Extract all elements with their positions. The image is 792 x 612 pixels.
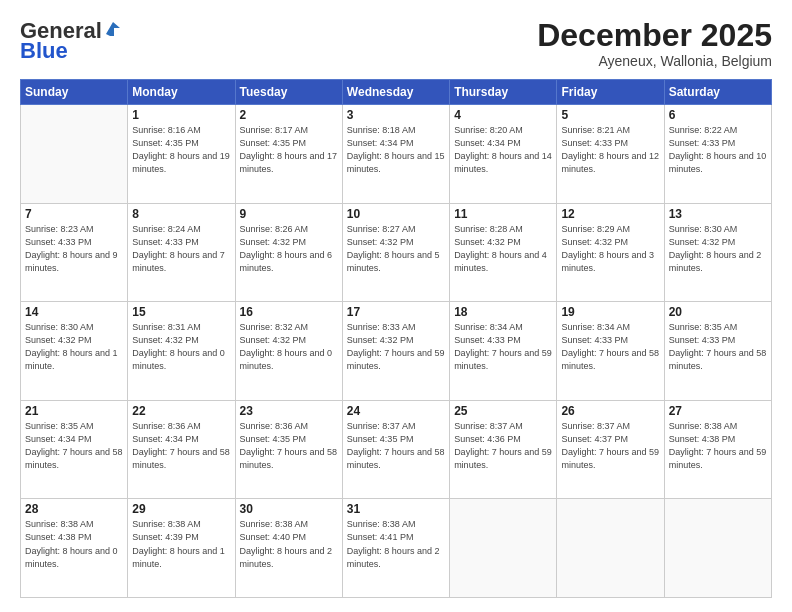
day-number: 1	[132, 108, 230, 122]
header: General Blue December 2025 Ayeneux, Wall…	[20, 18, 772, 69]
day-number: 19	[561, 305, 659, 319]
page: General Blue December 2025 Ayeneux, Wall…	[0, 0, 792, 612]
month-title: December 2025	[537, 18, 772, 53]
day-info: Sunrise: 8:17 AMSunset: 4:35 PMDaylight:…	[240, 124, 338, 176]
calendar-cell: 16Sunrise: 8:32 AMSunset: 4:32 PMDayligh…	[235, 302, 342, 401]
calendar-cell: 23Sunrise: 8:36 AMSunset: 4:35 PMDayligh…	[235, 400, 342, 499]
weekday-header-monday: Monday	[128, 80, 235, 105]
day-info: Sunrise: 8:38 AMSunset: 4:38 PMDaylight:…	[669, 420, 767, 472]
location: Ayeneux, Wallonia, Belgium	[537, 53, 772, 69]
day-info: Sunrise: 8:29 AMSunset: 4:32 PMDaylight:…	[561, 223, 659, 275]
calendar-cell: 20Sunrise: 8:35 AMSunset: 4:33 PMDayligh…	[664, 302, 771, 401]
calendar-cell: 25Sunrise: 8:37 AMSunset: 4:36 PMDayligh…	[450, 400, 557, 499]
calendar-cell: 9Sunrise: 8:26 AMSunset: 4:32 PMDaylight…	[235, 203, 342, 302]
calendar-cell	[450, 499, 557, 598]
calendar-cell	[557, 499, 664, 598]
calendar-cell: 29Sunrise: 8:38 AMSunset: 4:39 PMDayligh…	[128, 499, 235, 598]
calendar-cell: 5Sunrise: 8:21 AMSunset: 4:33 PMDaylight…	[557, 105, 664, 204]
day-info: Sunrise: 8:23 AMSunset: 4:33 PMDaylight:…	[25, 223, 123, 275]
calendar-week-row: 14Sunrise: 8:30 AMSunset: 4:32 PMDayligh…	[21, 302, 772, 401]
logo: General Blue	[20, 18, 122, 64]
day-number: 16	[240, 305, 338, 319]
day-number: 4	[454, 108, 552, 122]
weekday-header-wednesday: Wednesday	[342, 80, 449, 105]
calendar-cell: 30Sunrise: 8:38 AMSunset: 4:40 PMDayligh…	[235, 499, 342, 598]
calendar-cell: 24Sunrise: 8:37 AMSunset: 4:35 PMDayligh…	[342, 400, 449, 499]
day-number: 20	[669, 305, 767, 319]
calendar-cell: 3Sunrise: 8:18 AMSunset: 4:34 PMDaylight…	[342, 105, 449, 204]
calendar-cell: 11Sunrise: 8:28 AMSunset: 4:32 PMDayligh…	[450, 203, 557, 302]
calendar-cell: 10Sunrise: 8:27 AMSunset: 4:32 PMDayligh…	[342, 203, 449, 302]
logo-icon	[104, 20, 122, 38]
day-number: 13	[669, 207, 767, 221]
weekday-header-row: SundayMondayTuesdayWednesdayThursdayFrid…	[21, 80, 772, 105]
calendar-cell: 26Sunrise: 8:37 AMSunset: 4:37 PMDayligh…	[557, 400, 664, 499]
day-number: 22	[132, 404, 230, 418]
day-info: Sunrise: 8:37 AMSunset: 4:35 PMDaylight:…	[347, 420, 445, 472]
day-info: Sunrise: 8:28 AMSunset: 4:32 PMDaylight:…	[454, 223, 552, 275]
calendar-cell: 19Sunrise: 8:34 AMSunset: 4:33 PMDayligh…	[557, 302, 664, 401]
calendar-cell: 2Sunrise: 8:17 AMSunset: 4:35 PMDaylight…	[235, 105, 342, 204]
day-info: Sunrise: 8:33 AMSunset: 4:32 PMDaylight:…	[347, 321, 445, 373]
day-number: 11	[454, 207, 552, 221]
calendar-week-row: 1Sunrise: 8:16 AMSunset: 4:35 PMDaylight…	[21, 105, 772, 204]
day-number: 30	[240, 502, 338, 516]
calendar-cell: 28Sunrise: 8:38 AMSunset: 4:38 PMDayligh…	[21, 499, 128, 598]
calendar-cell: 12Sunrise: 8:29 AMSunset: 4:32 PMDayligh…	[557, 203, 664, 302]
day-info: Sunrise: 8:16 AMSunset: 4:35 PMDaylight:…	[132, 124, 230, 176]
day-number: 9	[240, 207, 338, 221]
day-number: 28	[25, 502, 123, 516]
day-number: 6	[669, 108, 767, 122]
calendar-cell	[664, 499, 771, 598]
day-number: 29	[132, 502, 230, 516]
weekday-header-sunday: Sunday	[21, 80, 128, 105]
day-info: Sunrise: 8:38 AMSunset: 4:39 PMDaylight:…	[132, 518, 230, 570]
day-number: 15	[132, 305, 230, 319]
calendar-week-row: 21Sunrise: 8:35 AMSunset: 4:34 PMDayligh…	[21, 400, 772, 499]
day-number: 2	[240, 108, 338, 122]
day-info: Sunrise: 8:37 AMSunset: 4:36 PMDaylight:…	[454, 420, 552, 472]
calendar-cell: 18Sunrise: 8:34 AMSunset: 4:33 PMDayligh…	[450, 302, 557, 401]
day-number: 23	[240, 404, 338, 418]
day-info: Sunrise: 8:38 AMSunset: 4:38 PMDaylight:…	[25, 518, 123, 570]
day-number: 21	[25, 404, 123, 418]
calendar-cell: 13Sunrise: 8:30 AMSunset: 4:32 PMDayligh…	[664, 203, 771, 302]
day-info: Sunrise: 8:24 AMSunset: 4:33 PMDaylight:…	[132, 223, 230, 275]
calendar-cell: 27Sunrise: 8:38 AMSunset: 4:38 PMDayligh…	[664, 400, 771, 499]
calendar-week-row: 7Sunrise: 8:23 AMSunset: 4:33 PMDaylight…	[21, 203, 772, 302]
day-number: 24	[347, 404, 445, 418]
calendar-cell: 8Sunrise: 8:24 AMSunset: 4:33 PMDaylight…	[128, 203, 235, 302]
day-info: Sunrise: 8:20 AMSunset: 4:34 PMDaylight:…	[454, 124, 552, 176]
calendar-cell: 7Sunrise: 8:23 AMSunset: 4:33 PMDaylight…	[21, 203, 128, 302]
calendar-cell: 4Sunrise: 8:20 AMSunset: 4:34 PMDaylight…	[450, 105, 557, 204]
day-number: 7	[25, 207, 123, 221]
calendar-table: SundayMondayTuesdayWednesdayThursdayFrid…	[20, 79, 772, 598]
day-info: Sunrise: 8:35 AMSunset: 4:33 PMDaylight:…	[669, 321, 767, 373]
day-number: 3	[347, 108, 445, 122]
weekday-header-friday: Friday	[557, 80, 664, 105]
day-info: Sunrise: 8:21 AMSunset: 4:33 PMDaylight:…	[561, 124, 659, 176]
day-info: Sunrise: 8:34 AMSunset: 4:33 PMDaylight:…	[454, 321, 552, 373]
weekday-header-thursday: Thursday	[450, 80, 557, 105]
calendar-cell: 22Sunrise: 8:36 AMSunset: 4:34 PMDayligh…	[128, 400, 235, 499]
day-info: Sunrise: 8:38 AMSunset: 4:41 PMDaylight:…	[347, 518, 445, 570]
calendar-week-row: 28Sunrise: 8:38 AMSunset: 4:38 PMDayligh…	[21, 499, 772, 598]
day-info: Sunrise: 8:22 AMSunset: 4:33 PMDaylight:…	[669, 124, 767, 176]
logo-blue-text: Blue	[20, 38, 68, 64]
day-number: 25	[454, 404, 552, 418]
calendar-cell: 17Sunrise: 8:33 AMSunset: 4:32 PMDayligh…	[342, 302, 449, 401]
calendar-cell: 6Sunrise: 8:22 AMSunset: 4:33 PMDaylight…	[664, 105, 771, 204]
day-info: Sunrise: 8:27 AMSunset: 4:32 PMDaylight:…	[347, 223, 445, 275]
day-number: 18	[454, 305, 552, 319]
weekday-header-tuesday: Tuesday	[235, 80, 342, 105]
day-number: 14	[25, 305, 123, 319]
calendar-cell: 14Sunrise: 8:30 AMSunset: 4:32 PMDayligh…	[21, 302, 128, 401]
calendar-cell: 15Sunrise: 8:31 AMSunset: 4:32 PMDayligh…	[128, 302, 235, 401]
calendar-cell: 21Sunrise: 8:35 AMSunset: 4:34 PMDayligh…	[21, 400, 128, 499]
day-number: 26	[561, 404, 659, 418]
calendar-cell	[21, 105, 128, 204]
day-info: Sunrise: 8:34 AMSunset: 4:33 PMDaylight:…	[561, 321, 659, 373]
day-info: Sunrise: 8:35 AMSunset: 4:34 PMDaylight:…	[25, 420, 123, 472]
day-number: 10	[347, 207, 445, 221]
day-number: 27	[669, 404, 767, 418]
